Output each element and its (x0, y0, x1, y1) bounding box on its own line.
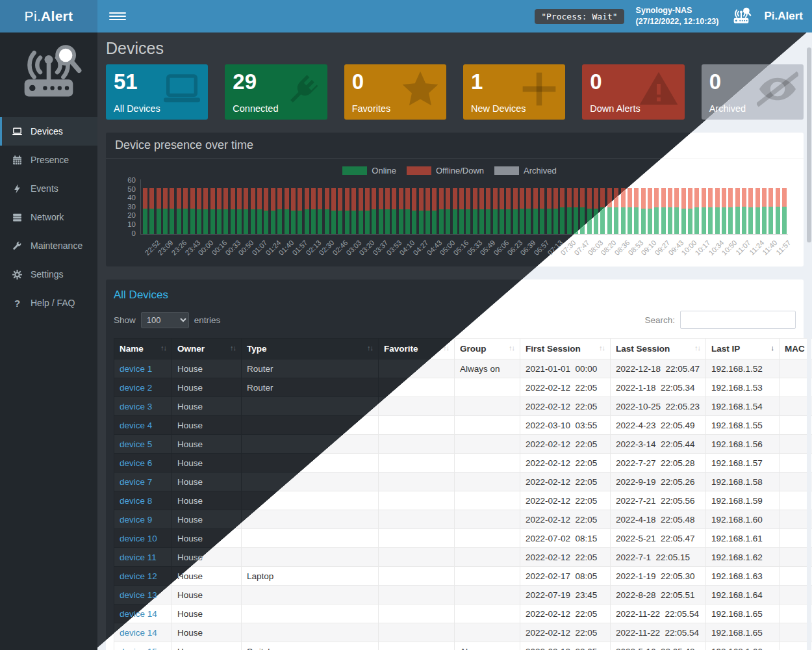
chart-bar (331, 188, 336, 234)
scrollbar-thumb[interactable] (807, 47, 811, 242)
x-tick: 08:36 (613, 239, 631, 257)
chart-bar (702, 188, 706, 234)
chart-bar (223, 188, 228, 234)
device-link[interactable]: device 8 (120, 496, 152, 506)
device-link[interactable]: device 13 (120, 590, 157, 600)
device-link[interactable]: device 5 (120, 439, 152, 449)
device-link[interactable]: device 15 (120, 647, 157, 650)
sidebar-item-network[interactable]: Network (0, 203, 97, 231)
card-favorites[interactable]: 0Favorites (344, 64, 446, 120)
search-input[interactable] (680, 311, 796, 329)
chart-bar (149, 188, 154, 234)
card-new-devices[interactable]: 1New Devices (463, 64, 565, 120)
chart-bar (351, 188, 356, 234)
sort-icon: ↑↓ (599, 344, 605, 352)
page-length-control: Show100entries (114, 312, 220, 328)
plug-icon (281, 68, 322, 110)
navbar-right: "Process: Wait" Synology-NAS (27/12/2022… (535, 5, 803, 27)
device-link[interactable]: device 3 (120, 402, 152, 411)
chart-bar (217, 188, 222, 234)
chart-bar (432, 188, 437, 234)
column-header-owner[interactable]: Owner↑↓ (172, 339, 242, 359)
x-tick: 10:17 (693, 239, 711, 257)
cell-first_session: 2022-02-12 22:05 (520, 510, 611, 529)
cell-group (455, 454, 520, 473)
chart-bar (661, 188, 666, 234)
sort-icon: ↑↓ (230, 344, 236, 352)
sidebar-item-devices[interactable]: Devices (0, 117, 97, 146)
menu-toggle-icon[interactable] (107, 8, 129, 24)
cell-owner: House (172, 454, 242, 473)
sidebar-item-events[interactable]: Events (0, 174, 97, 203)
cell-name: device 9 (114, 510, 172, 529)
column-header-last-session[interactable]: Last Session↑↓ (611, 339, 706, 359)
cell-favorite (379, 473, 455, 491)
cell-owner: House (172, 435, 242, 454)
cell-last_ip: 192.168.1.52 (706, 359, 780, 378)
page-length-select[interactable]: 100 (141, 312, 189, 328)
cell-type: Router (242, 378, 379, 397)
device-link[interactable]: device 10 (120, 534, 157, 543)
cell-group (455, 510, 520, 529)
legend-swatch-offline-down (407, 166, 431, 175)
card-down-alerts[interactable]: 0Down Alerts (582, 64, 684, 120)
cell-last_ip: 192.168.1.57 (706, 454, 780, 473)
column-header-group[interactable]: Group↑↓ (455, 339, 520, 359)
cell-favorite (379, 491, 455, 510)
column-header-name[interactable]: Name↑↓ (114, 339, 172, 359)
cell-last_session: 2022-7-27 22:05.28 (611, 454, 706, 473)
chart-bar (285, 188, 289, 234)
cell-last_ip: 192.168.1.65 (706, 623, 780, 642)
chart-bar (681, 188, 686, 234)
chart-bar (560, 188, 565, 234)
y-axis: 6050403020100 (114, 179, 137, 234)
scrollbar[interactable] (807, 36, 811, 650)
cell-group (455, 586, 520, 604)
cell-last_ip: 192.168.1.66 (706, 642, 780, 650)
card-connected[interactable]: 29Connected (225, 64, 327, 120)
device-link[interactable]: device 6 (120, 458, 152, 468)
chart-bar (547, 188, 552, 234)
device-link[interactable]: device 12 (120, 571, 157, 581)
device-link[interactable]: device 14 (120, 628, 157, 638)
card-all-devices[interactable]: 51All Devices (106, 64, 208, 120)
device-link[interactable]: device 9 (120, 515, 152, 525)
sidebar-item-help-faq[interactable]: ?Help / FAQ (0, 289, 97, 317)
column-header-first-session[interactable]: First Session↑↓ (520, 339, 611, 359)
sort-icon: ↑↓ (367, 344, 373, 352)
cell-first_session: 2022-02-12 22:05 (520, 548, 611, 567)
column-header-last-ip[interactable]: Last IP↓ (706, 339, 780, 359)
chart-bar (183, 188, 188, 234)
device-link[interactable]: device 7 (120, 477, 152, 487)
cell-first_session: 2022-02-12 22:05 (520, 378, 611, 397)
sidebar-item-settings[interactable]: Settings (0, 260, 97, 289)
cell-type: Switch (242, 642, 379, 650)
device-link[interactable]: device 11 (120, 552, 157, 562)
column-header-type[interactable]: Type↑↓ (242, 339, 379, 359)
cell-owner: House (172, 397, 242, 416)
cell-last_session: 2022-7-21 22:05.56 (611, 491, 706, 510)
cell-name: device 4 (114, 416, 172, 435)
sidebar-item-presence[interactable]: Presence (0, 146, 97, 174)
cell-group (455, 623, 520, 642)
cell-group (455, 491, 520, 510)
host-datetime: (27/12/2022, 12:10:23) (636, 16, 719, 27)
pialert-router-icon (730, 6, 752, 26)
cell-last_ip: 192.168.1.65 (706, 604, 780, 623)
device-link[interactable]: device 4 (120, 421, 152, 430)
cell-favorite (379, 567, 455, 586)
sort-icon: ↑↓ (509, 344, 514, 352)
cell-owner: House (172, 491, 242, 510)
cell-type (242, 510, 379, 529)
laptop-icon (12, 126, 23, 137)
cell-favorite (379, 510, 455, 529)
cell-owner: House (172, 604, 242, 623)
cell-last_ip: 192.168.1.64 (706, 586, 780, 604)
device-link[interactable]: device 2 (120, 383, 152, 393)
device-link[interactable]: device 1 (120, 364, 152, 374)
cell-favorite (379, 397, 455, 416)
y-tick: 40 (114, 194, 136, 202)
chart-bar (513, 188, 518, 234)
sidebar-item-maintenance[interactable]: Maintenance (0, 231, 97, 260)
brand-logo[interactable]: Pi.Alert (0, 0, 97, 32)
